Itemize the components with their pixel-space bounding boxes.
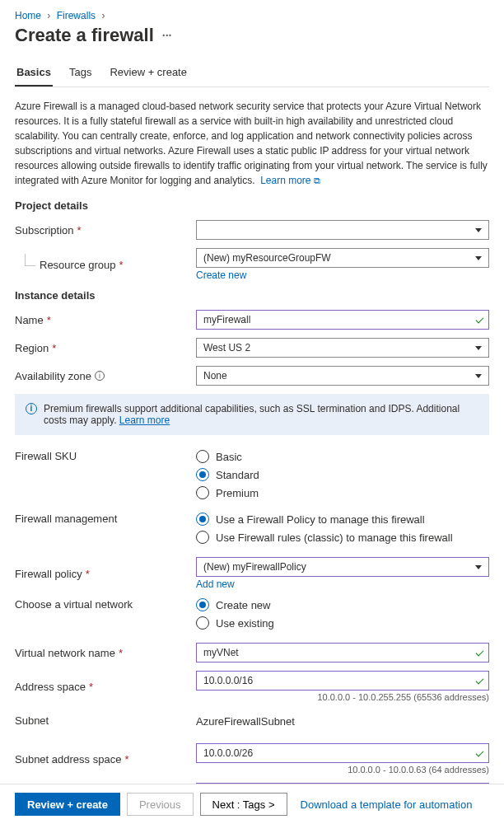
review-create-button[interactable]: Review + create: [15, 793, 120, 816]
name-value: myFirewall: [203, 314, 250, 325]
region-select[interactable]: West US 2: [196, 338, 489, 358]
tab-review[interactable]: Review + create: [108, 61, 189, 87]
info-icon: i: [26, 403, 37, 414]
more-icon[interactable]: ···: [162, 29, 172, 42]
resource-group-select[interactable]: (New) myResourceGroupFW: [196, 248, 489, 268]
vnet-create-option[interactable]: Create new: [196, 598, 489, 611]
intro-body: Azure Firewall is a managed cloud-based …: [15, 101, 488, 186]
radio-selected-icon: [196, 468, 209, 481]
vnet-name-label: Virtual network name*: [15, 647, 196, 659]
management-label: Firewall management: [15, 513, 196, 525]
tab-basics[interactable]: Basics: [15, 61, 53, 87]
intro-text: Azure Firewall is a managed cloud-based …: [15, 99, 489, 188]
subnet-label: Subnet: [15, 714, 196, 727]
page-title: Create a firewall ···: [15, 25, 489, 46]
availability-zone-label: Availability zone i: [15, 370, 196, 382]
availability-zone-select[interactable]: None: [196, 366, 489, 386]
radio-selected-icon: [196, 598, 209, 611]
banner-learn-more-link[interactable]: Learn more: [119, 414, 170, 426]
subscription-select[interactable]: [196, 220, 489, 240]
radio-icon: [196, 531, 209, 544]
radio-icon: [196, 486, 209, 499]
radio-selected-icon: [196, 513, 209, 526]
info-icon[interactable]: i: [95, 371, 105, 381]
tabs: Basics Tags Review + create: [15, 61, 489, 87]
policy-select[interactable]: (New) myFirewallPolicy: [196, 557, 489, 577]
sku-label: Firewall SKU: [15, 450, 196, 462]
policy-add-new-link[interactable]: Add new: [196, 578, 235, 590]
previous-button[interactable]: Previous: [127, 793, 194, 816]
sku-radio-group: Basic Standard Premium: [196, 450, 489, 499]
vnet-name-input[interactable]: myVNet: [196, 643, 489, 662]
sku-premium-option[interactable]: Premium: [196, 486, 489, 499]
external-link-icon: ⧉: [314, 176, 320, 185]
name-input[interactable]: myFirewall: [196, 310, 489, 330]
mgmt-policy-option[interactable]: Use a Firewall Policy to manage this fir…: [196, 513, 489, 526]
instance-details-header: Instance details: [15, 289, 489, 302]
sku-standard-option[interactable]: Standard: [196, 468, 489, 481]
banner-text: Premium firewalls support additional cap…: [44, 403, 460, 426]
radio-icon: [196, 450, 209, 463]
next-button[interactable]: Next : Tags >: [200, 793, 287, 816]
address-space-label: Address space*: [15, 681, 196, 693]
tab-tags[interactable]: Tags: [68, 61, 93, 87]
page-title-text: Create a firewall: [15, 25, 154, 46]
subscription-label: Subscription*: [15, 224, 196, 236]
subnet-address-input[interactable]: 10.0.0.0/26: [196, 743, 489, 763]
vnet-existing-option[interactable]: Use existing: [196, 616, 489, 630]
mgmt-classic-option[interactable]: Use Firewall rules (classic) to manage t…: [196, 531, 489, 544]
address-space-value: 10.0.0.0/16: [203, 675, 253, 686]
breadcrumb: Home › Firewalls ›: [15, 10, 489, 21]
subnet-address-value: 10.0.0.0/26: [203, 747, 253, 759]
vnet-name-value: myVNet: [203, 647, 239, 658]
management-radio-group: Use a Firewall Policy to manage this fir…: [196, 513, 489, 544]
name-label: Name*: [15, 314, 196, 326]
region-value: West US 2: [203, 342, 250, 353]
premium-info-banner: i Premium firewalls support additional c…: [15, 394, 489, 435]
project-details-header: Project details: [15, 199, 489, 212]
sku-basic-option[interactable]: Basic: [196, 450, 489, 463]
address-space-helper: 10.0.0.0 - 10.0.255.255 (65536 addresses…: [196, 692, 489, 702]
resource-group-label: Resource group*: [15, 259, 196, 271]
choose-vnet-label: Choose a virtual network: [15, 598, 196, 611]
breadcrumb-firewalls[interactable]: Firewalls: [57, 10, 96, 21]
subnet-address-label: Subnet address space*: [15, 753, 196, 765]
availability-zone-value: None: [203, 370, 227, 382]
subnet-address-helper: 10.0.0.0 - 10.0.0.63 (64 addresses): [196, 765, 489, 775]
learn-more-link[interactable]: Learn more ⧉: [260, 175, 320, 186]
download-template-link[interactable]: Download a template for automation: [301, 798, 473, 811]
radio-icon: [196, 616, 209, 630]
policy-value: (New) myFirewallPolicy: [203, 561, 306, 573]
subnet-value: AzureFirewallSubnet: [196, 714, 489, 728]
policy-label: Firewall policy*: [15, 568, 196, 580]
vnet-radio-group: Create new Use existing: [196, 598, 489, 630]
resource-group-value: (New) myResourceGroupFW: [203, 252, 331, 264]
footer: Review + create Previous Next : Tags > D…: [0, 784, 504, 824]
region-label: Region*: [15, 342, 196, 354]
breadcrumb-home[interactable]: Home: [15, 10, 41, 21]
address-space-input[interactable]: 10.0.0.0/16: [196, 671, 489, 691]
create-new-rg-link[interactable]: Create new: [196, 269, 246, 281]
chevron-right-icon: ›: [44, 10, 54, 21]
chevron-right-icon: ›: [98, 10, 108, 21]
